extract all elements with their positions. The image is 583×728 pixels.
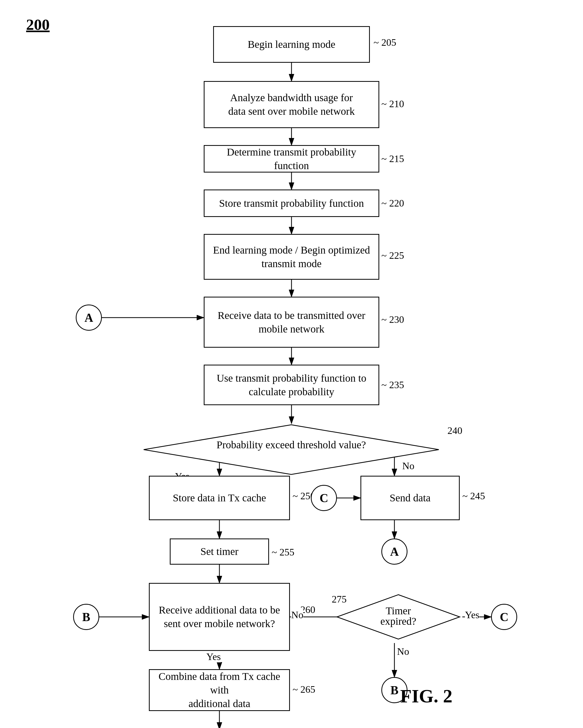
box-230: Receive data to be transmitted over mobi…: [204, 297, 379, 348]
ref-245: ~ 245: [462, 490, 485, 502]
diagram-label: 200: [26, 16, 50, 34]
box-250: Store data in Tx cache: [149, 476, 290, 520]
svg-text:Probability exceed threshold v: Probability exceed threshold value?: [217, 439, 366, 451]
ref-230: ~ 230: [381, 314, 404, 325]
label-yes-275: Yes: [465, 609, 479, 621]
connector-C2: C: [491, 604, 517, 630]
fig-label: FIG. 2: [400, 685, 452, 707]
connector-C1: C: [311, 485, 337, 511]
label-no-260: No: [291, 609, 303, 621]
diagram-container: 200: [0, 0, 583, 728]
diamond-240: Probability exceed threshold value? 240: [141, 423, 441, 476]
svg-text:Timer: Timer: [386, 605, 411, 617]
connector-A2: A: [381, 539, 408, 565]
label-no-240: No: [402, 460, 414, 472]
svg-text:expired?: expired?: [380, 615, 416, 627]
ref-205: ~ 205: [373, 36, 396, 48]
ref-265: ~ 265: [293, 683, 315, 695]
box-215: Determine transmit probability function: [204, 145, 379, 173]
connector-A1: A: [76, 305, 102, 331]
box-205: Begin learning mode: [213, 26, 370, 63]
label-yes-260: Yes: [206, 651, 221, 662]
box-225: End learning mode / Begin optimized tran…: [204, 234, 379, 280]
box-210: Analyze bandwidth usage for data sent ov…: [204, 81, 379, 128]
ref-220: ~ 220: [381, 197, 404, 209]
ref-215: ~ 215: [381, 153, 404, 164]
ref-235: ~ 235: [381, 379, 404, 391]
box-235: Use transmit probability function to cal…: [204, 365, 379, 405]
ref-210: ~ 210: [381, 98, 404, 109]
diamond-275: Timer expired? 275: [334, 593, 462, 641]
box-265: Combine data from Tx cache with addition…: [149, 669, 290, 711]
label-no-275: No: [397, 646, 409, 657]
box-260: Receive additional data to be sent over …: [149, 583, 290, 651]
ref-255: ~ 255: [272, 546, 295, 558]
box-245: Send data: [360, 476, 460, 520]
box-220: Store transmit probability function: [204, 189, 379, 217]
connector-B1: B: [73, 604, 99, 630]
ref-225: ~ 225: [381, 250, 404, 261]
box-255: Set timer: [170, 539, 269, 565]
